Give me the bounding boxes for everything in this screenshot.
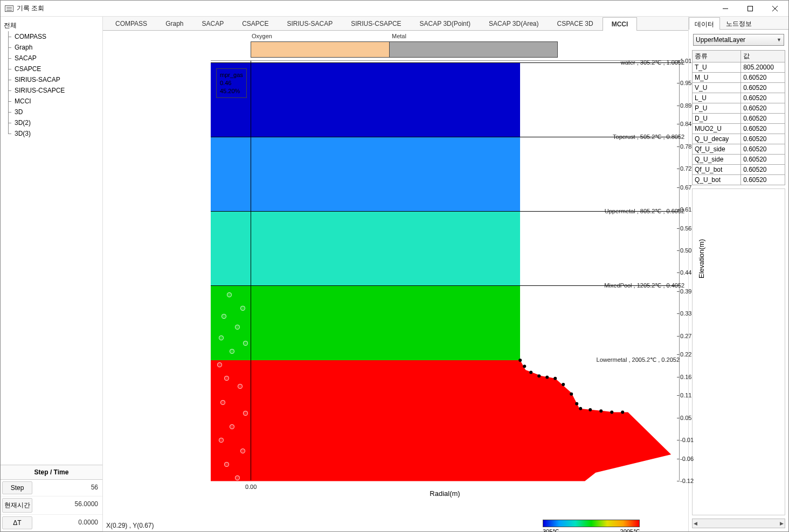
coord-readout: X(0.29) , Y(0.67)	[106, 522, 154, 529]
metal-bar	[390, 41, 558, 58]
tree-view[interactable]: 전체 COMPASSGraphSACAPCSAPCESIRIUS-SACAPSI…	[1, 17, 102, 465]
x-axis-label: Radial(m)	[430, 489, 460, 498]
y-tick: -0.01	[680, 437, 694, 443]
y-axis-label: Elevation(m)	[697, 239, 705, 278]
y-tick: 0.67	[680, 184, 691, 191]
scroll-right-icon[interactable]: ▶	[780, 521, 784, 526]
table-row[interactable]: Q_U_decay0.60520	[693, 134, 785, 144]
vertical-marker	[251, 61, 251, 480]
tree-item[interactable]: 3D	[3, 107, 100, 117]
step-value: 56	[34, 480, 102, 496]
table-row[interactable]: V_U0.60520	[693, 83, 785, 93]
svg-point-12	[575, 402, 578, 405]
bubble-icon	[240, 306, 245, 311]
tree-item[interactable]: COMPASS	[3, 31, 100, 42]
tab-cspace-3d[interactable]: CSPACE 3D	[548, 17, 603, 30]
svg-point-14	[589, 408, 592, 411]
tab-sacap[interactable]: SACAP	[192, 17, 233, 30]
bubble-icon	[235, 475, 240, 480]
tab-sirius-sacap[interactable]: SIRIUS-SACAP	[278, 17, 342, 30]
tree-item[interactable]: MCCI	[3, 96, 100, 107]
window-title: 기록 조회	[17, 4, 713, 13]
data-table[interactable]: 종류 값 T_U805.20000M_U0.60520V_U0.60520L_U…	[692, 50, 785, 185]
svg-point-15	[599, 409, 603, 412]
tab-csapce[interactable]: CSAPCE	[233, 17, 278, 30]
y-tick: 0.27	[680, 333, 691, 339]
scroll-left-icon[interactable]: ◀	[694, 521, 697, 526]
step-value: 56.0000	[34, 496, 102, 514]
right-scrollbar[interactable]: ◀ ▶	[692, 519, 785, 528]
step-row: ΔT0.0000	[1, 515, 102, 531]
colorbar-high: 2005℃	[620, 528, 640, 532]
layer-mixedpool: MixedPool , 1205.2℃ , 0.4052	[211, 285, 520, 360]
tree-item[interactable]: 3D(3)	[3, 128, 100, 139]
maximize-icon	[748, 6, 753, 11]
layer-uppermetal: Uppermetal , 805.2℃ , 0.6052	[211, 211, 520, 285]
table-cell-val: 0.60520	[741, 144, 785, 155]
tree-item[interactable]: CSAPCE	[3, 64, 100, 74]
bubble-icon	[227, 292, 232, 297]
step-header: Step / Time	[1, 465, 102, 480]
app-window: 기록 조회 전체 COMPASSGraphSACAPCSAPCESIRIUS-S…	[0, 0, 789, 532]
tab-compass[interactable]: COMPASS	[106, 17, 156, 30]
top-bars: OxygenMetal	[251, 41, 558, 58]
y-tick: 0.05	[680, 415, 691, 421]
table-row[interactable]: Q_U_side0.60520	[693, 155, 785, 165]
chart-area[interactable]: OxygenMetal 1.010.950.890.840.780.720.67…	[103, 31, 688, 531]
right-tab[interactable]: 노드정보	[720, 17, 758, 29]
tab-sacap-3d-point-[interactable]: SACAP 3D(Point)	[411, 17, 480, 30]
table-header-val: 값	[741, 51, 785, 62]
table-row[interactable]: L_U0.60520	[693, 93, 785, 103]
right-tab[interactable]: 데이터	[689, 17, 720, 30]
table-cell-val: 0.60520	[741, 165, 785, 175]
bubble-icon	[219, 335, 224, 340]
plot[interactable]: 1.010.950.890.840.780.720.670.610.560.50…	[211, 60, 680, 480]
bubble-icon	[224, 376, 229, 381]
minimize-button[interactable]	[713, 1, 738, 17]
svg-point-17	[621, 410, 624, 414]
right-empty-area	[692, 188, 785, 515]
table-row[interactable]: D_U0.60520	[693, 114, 785, 124]
tab-sacap-3d-area-[interactable]: SACAP 3D(Area)	[480, 17, 548, 30]
table-row[interactable]: P_U0.60520	[693, 103, 785, 114]
svg-point-5	[523, 365, 526, 368]
tree-item[interactable]: SACAP	[3, 53, 100, 64]
tree-item[interactable]: SIRIUS-SACAP	[3, 74, 100, 85]
right-tabs: 데이터노드정보	[689, 17, 788, 30]
tab-sirius-csapce[interactable]: SIRIUS-CSAPCE	[342, 17, 410, 30]
tree-item[interactable]: Graph	[3, 42, 100, 53]
maximize-button[interactable]	[738, 1, 763, 17]
bubble-icon	[230, 349, 234, 354]
tab-mcci[interactable]: MCCI	[603, 17, 638, 31]
tab-graph[interactable]: Graph	[156, 17, 192, 30]
y-tick: 0.56	[680, 225, 691, 232]
table-row[interactable]: M_U0.60520	[693, 73, 785, 83]
info-line-3: 45.20%	[220, 87, 243, 95]
table-row[interactable]: MUO2_U0.60520	[693, 124, 785, 134]
layer-dropdown[interactable]: UpperMetalLayer ▼	[693, 34, 784, 46]
table-row[interactable]: Q_U_bot0.60520	[693, 175, 785, 185]
oxygen-label: Oxygen	[252, 33, 272, 39]
bubble-icon	[240, 449, 245, 453]
svg-point-7	[537, 374, 541, 377]
table-row[interactable]: T_U805.20000	[693, 62, 785, 73]
table-row[interactable]: Qf_U_side0.60520	[693, 144, 785, 155]
table-cell-val: 0.60520	[741, 103, 785, 114]
bubble-icon	[217, 362, 222, 367]
dropdown-value: UpperMetalLayer	[696, 36, 745, 44]
table-row[interactable]: Qf_U_bot0.60520	[693, 165, 785, 175]
bubble-icon	[219, 438, 224, 443]
step-label[interactable]: ΔT	[2, 516, 32, 529]
tree-item[interactable]: SIRIUS-CSAPCE	[3, 85, 100, 96]
y-tick: 0.50	[680, 247, 691, 254]
info-line-2: 0.46	[220, 79, 243, 87]
tree-item[interactable]: 3D(2)	[3, 117, 100, 128]
table-cell-val: 805.20000	[741, 62, 785, 73]
y-tick: 0.16	[680, 374, 691, 380]
tree-root-label[interactable]: 전체	[3, 20, 100, 31]
tabstrip: COMPASSGraphSACAPCSAPCESIRIUS-SACAPSIRIU…	[103, 17, 688, 31]
layer-label: Lowermetal , 2005.2℃ , 0.2052	[518, 356, 680, 363]
step-label[interactable]: Step	[2, 481, 32, 494]
step-label[interactable]: 현재시간	[2, 498, 32, 513]
close-button[interactable]	[763, 1, 787, 17]
